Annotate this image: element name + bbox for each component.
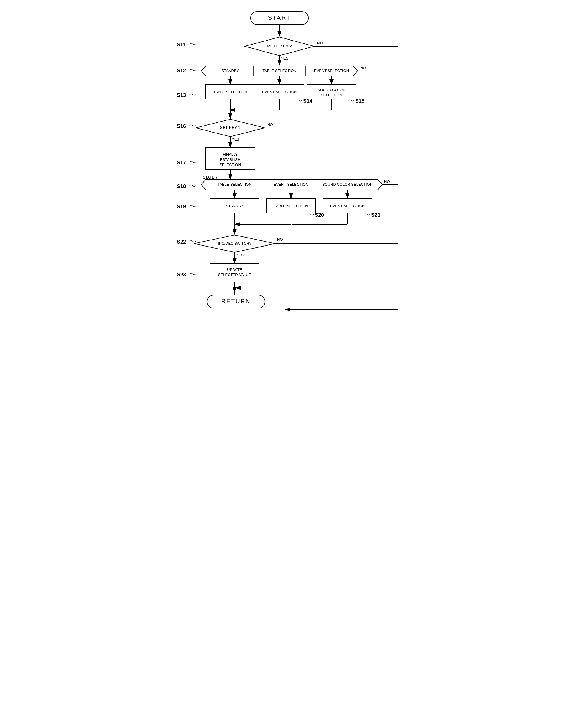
s22-text: INC/DEC SWITCH? — [218, 241, 252, 246]
s19-text: STANDBY — [226, 204, 243, 208]
s12-squiggle — [190, 70, 195, 71]
s18-event: EVENT SELECTION — [274, 182, 308, 187]
s17-label: S17 — [177, 160, 186, 165]
return-label: RETURN — [221, 298, 250, 304]
s20-squiggle — [308, 214, 314, 215]
s17-squiggle — [190, 161, 195, 163]
s23-text-2: SELECTED VALUE — [218, 272, 251, 277]
s13-label: S13 — [177, 92, 186, 98]
flowchart-container: START S11 MODE KEY ? NO YES S12 STATE ? … — [161, 6, 421, 354]
s14-text: EVENT SELECTION — [262, 90, 297, 94]
s11-yes: YES — [281, 56, 288, 60]
s14-squiggle — [296, 100, 302, 101]
s16-no: NO — [267, 122, 273, 127]
s15-label: S15 — [355, 98, 365, 104]
s21-text: EVENT SELECTION — [330, 204, 365, 208]
s11-no: NO — [317, 41, 323, 45]
s11-text: MODE KEY ? — [267, 44, 292, 48]
s22-label: S22 — [177, 239, 186, 245]
s18-label: S18 — [177, 183, 186, 189]
s17-text-3: SELECTION — [219, 163, 241, 167]
s22-squiggle — [190, 241, 195, 242]
s15-squiggle — [348, 100, 354, 101]
s16-text: SET KEY ? — [220, 125, 241, 130]
s11-squiggle — [190, 44, 195, 45]
s18-table: TABLE SELECTION — [217, 182, 252, 187]
s13-squiggle — [190, 94, 195, 96]
s19-squiggle — [190, 205, 195, 207]
s21-label: S21 — [371, 212, 380, 218]
s22-no: NO — [277, 237, 283, 242]
s12-table: TABLE SELECTION — [262, 69, 296, 73]
s15-text-2: SELECTION — [321, 93, 342, 97]
s11-label: S11 — [177, 42, 186, 48]
s23-text-1: UPDATE — [227, 267, 242, 272]
s12-label: S12 — [177, 68, 186, 74]
s18-sound: SOUND COLOR SELECTION — [322, 182, 373, 187]
s18-no: NO — [384, 179, 390, 184]
s16-yes: YES — [232, 137, 239, 141]
s12-no: NO — [361, 66, 366, 70]
flowchart-svg: START S11 MODE KEY ? NO YES S12 STATE ? … — [161, 6, 421, 353]
s18-squiggle — [190, 185, 195, 187]
s23-squiggle — [190, 274, 195, 275]
s23-label: S23 — [177, 272, 186, 278]
s16-label: S16 — [177, 123, 186, 129]
s22-yes: YES — [236, 253, 243, 257]
s16-squiggle — [190, 125, 195, 126]
s17-text-2: ESTABLISH — [220, 157, 241, 162]
s18-state: STATE ? — [203, 175, 217, 179]
s15-text-1: SOUND COLOR — [318, 88, 346, 92]
s12-standby: STANDBY — [221, 69, 239, 73]
s12-event: EVENT SELECTION — [314, 69, 349, 73]
s17-text-1: FINALLY — [223, 152, 238, 157]
s13-text: TABLE SELECTION — [213, 90, 247, 94]
s19-label: S19 — [177, 204, 186, 209]
s20-text: TABLE SELECTION — [274, 204, 308, 208]
start-label: START — [268, 15, 291, 21]
s21-squiggle — [364, 214, 370, 215]
